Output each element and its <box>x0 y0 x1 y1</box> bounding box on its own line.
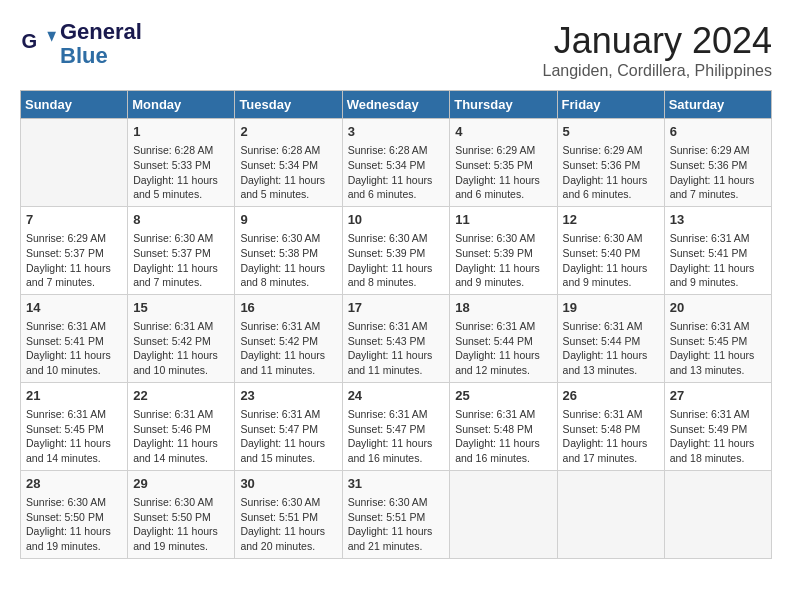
day-number: 31 <box>348 475 445 493</box>
svg-marker-1 <box>47 32 56 42</box>
day-header-wednesday: Wednesday <box>342 91 450 119</box>
day-number: 26 <box>563 387 659 405</box>
day-header-thursday: Thursday <box>450 91 557 119</box>
day-number: 24 <box>348 387 445 405</box>
calendar-week-row: 14Sunrise: 6:31 AM Sunset: 5:41 PM Dayli… <box>21 294 772 382</box>
calendar-cell: 1Sunrise: 6:28 AM Sunset: 5:33 PM Daylig… <box>128 119 235 207</box>
calendar-table: SundayMondayTuesdayWednesdayThursdayFrid… <box>20 90 772 559</box>
calendar-cell: 17Sunrise: 6:31 AM Sunset: 5:43 PM Dayli… <box>342 294 450 382</box>
day-info: Sunrise: 6:31 AM Sunset: 5:41 PM Dayligh… <box>670 231 766 290</box>
calendar-cell: 13Sunrise: 6:31 AM Sunset: 5:41 PM Dayli… <box>664 206 771 294</box>
day-number: 22 <box>133 387 229 405</box>
day-info: Sunrise: 6:29 AM Sunset: 5:35 PM Dayligh… <box>455 143 551 202</box>
day-info: Sunrise: 6:31 AM Sunset: 5:48 PM Dayligh… <box>455 407 551 466</box>
day-info: Sunrise: 6:31 AM Sunset: 5:41 PM Dayligh… <box>26 319 122 378</box>
day-number: 1 <box>133 123 229 141</box>
day-number: 4 <box>455 123 551 141</box>
day-number: 15 <box>133 299 229 317</box>
day-info: Sunrise: 6:29 AM Sunset: 5:36 PM Dayligh… <box>670 143 766 202</box>
calendar-cell <box>557 470 664 558</box>
day-header-tuesday: Tuesday <box>235 91 342 119</box>
calendar-cell: 31Sunrise: 6:30 AM Sunset: 5:51 PM Dayli… <box>342 470 450 558</box>
day-info: Sunrise: 6:31 AM Sunset: 5:45 PM Dayligh… <box>26 407 122 466</box>
day-info: Sunrise: 6:30 AM Sunset: 5:39 PM Dayligh… <box>455 231 551 290</box>
calendar-cell: 7Sunrise: 6:29 AM Sunset: 5:37 PM Daylig… <box>21 206 128 294</box>
calendar-cell: 27Sunrise: 6:31 AM Sunset: 5:49 PM Dayli… <box>664 382 771 470</box>
day-info: Sunrise: 6:31 AM Sunset: 5:46 PM Dayligh… <box>133 407 229 466</box>
day-header-sunday: Sunday <box>21 91 128 119</box>
day-header-monday: Monday <box>128 91 235 119</box>
calendar-cell: 30Sunrise: 6:30 AM Sunset: 5:51 PM Dayli… <box>235 470 342 558</box>
calendar-cell: 19Sunrise: 6:31 AM Sunset: 5:44 PM Dayli… <box>557 294 664 382</box>
day-header-friday: Friday <box>557 91 664 119</box>
day-info: Sunrise: 6:31 AM Sunset: 5:43 PM Dayligh… <box>348 319 445 378</box>
day-number: 2 <box>240 123 336 141</box>
day-number: 23 <box>240 387 336 405</box>
day-info: Sunrise: 6:31 AM Sunset: 5:44 PM Dayligh… <box>563 319 659 378</box>
calendar-cell: 15Sunrise: 6:31 AM Sunset: 5:42 PM Dayli… <box>128 294 235 382</box>
logo-icon: G <box>20 26 56 62</box>
calendar-cell: 22Sunrise: 6:31 AM Sunset: 5:46 PM Dayli… <box>128 382 235 470</box>
day-number: 7 <box>26 211 122 229</box>
calendar-cell <box>664 470 771 558</box>
calendar-cell: 16Sunrise: 6:31 AM Sunset: 5:42 PM Dayli… <box>235 294 342 382</box>
day-number: 27 <box>670 387 766 405</box>
calendar-cell: 23Sunrise: 6:31 AM Sunset: 5:47 PM Dayli… <box>235 382 342 470</box>
day-info: Sunrise: 6:30 AM Sunset: 5:38 PM Dayligh… <box>240 231 336 290</box>
location: Langiden, Cordillera, Philippines <box>543 62 772 80</box>
calendar-week-row: 21Sunrise: 6:31 AM Sunset: 5:45 PM Dayli… <box>21 382 772 470</box>
day-header-saturday: Saturday <box>664 91 771 119</box>
calendar-cell: 10Sunrise: 6:30 AM Sunset: 5:39 PM Dayli… <box>342 206 450 294</box>
day-info: Sunrise: 6:29 AM Sunset: 5:37 PM Dayligh… <box>26 231 122 290</box>
calendar-cell: 4Sunrise: 6:29 AM Sunset: 5:35 PM Daylig… <box>450 119 557 207</box>
calendar-cell: 3Sunrise: 6:28 AM Sunset: 5:34 PM Daylig… <box>342 119 450 207</box>
day-number: 18 <box>455 299 551 317</box>
calendar-week-row: 7Sunrise: 6:29 AM Sunset: 5:37 PM Daylig… <box>21 206 772 294</box>
page-header: G General Blue January 2024 Langiden, Co… <box>20 20 772 80</box>
calendar-cell <box>450 470 557 558</box>
day-info: Sunrise: 6:29 AM Sunset: 5:36 PM Dayligh… <box>563 143 659 202</box>
day-info: Sunrise: 6:28 AM Sunset: 5:34 PM Dayligh… <box>240 143 336 202</box>
day-number: 30 <box>240 475 336 493</box>
calendar-cell: 14Sunrise: 6:31 AM Sunset: 5:41 PM Dayli… <box>21 294 128 382</box>
day-info: Sunrise: 6:30 AM Sunset: 5:37 PM Dayligh… <box>133 231 229 290</box>
calendar-cell: 25Sunrise: 6:31 AM Sunset: 5:48 PM Dayli… <box>450 382 557 470</box>
day-number: 20 <box>670 299 766 317</box>
day-info: Sunrise: 6:28 AM Sunset: 5:34 PM Dayligh… <box>348 143 445 202</box>
calendar-cell: 18Sunrise: 6:31 AM Sunset: 5:44 PM Dayli… <box>450 294 557 382</box>
day-number: 14 <box>26 299 122 317</box>
day-number: 8 <box>133 211 229 229</box>
logo-text: General Blue <box>60 20 142 68</box>
day-number: 13 <box>670 211 766 229</box>
day-number: 11 <box>455 211 551 229</box>
day-info: Sunrise: 6:30 AM Sunset: 5:51 PM Dayligh… <box>240 495 336 554</box>
day-number: 29 <box>133 475 229 493</box>
calendar-cell: 8Sunrise: 6:30 AM Sunset: 5:37 PM Daylig… <box>128 206 235 294</box>
calendar-cell: 2Sunrise: 6:28 AM Sunset: 5:34 PM Daylig… <box>235 119 342 207</box>
day-info: Sunrise: 6:30 AM Sunset: 5:39 PM Dayligh… <box>348 231 445 290</box>
day-info: Sunrise: 6:31 AM Sunset: 5:49 PM Dayligh… <box>670 407 766 466</box>
day-info: Sunrise: 6:31 AM Sunset: 5:48 PM Dayligh… <box>563 407 659 466</box>
calendar-cell: 28Sunrise: 6:30 AM Sunset: 5:50 PM Dayli… <box>21 470 128 558</box>
calendar-cell: 26Sunrise: 6:31 AM Sunset: 5:48 PM Dayli… <box>557 382 664 470</box>
day-number: 6 <box>670 123 766 141</box>
calendar-cell: 9Sunrise: 6:30 AM Sunset: 5:38 PM Daylig… <box>235 206 342 294</box>
day-info: Sunrise: 6:31 AM Sunset: 5:47 PM Dayligh… <box>240 407 336 466</box>
calendar-cell <box>21 119 128 207</box>
title-section: January 2024 Langiden, Cordillera, Phili… <box>543 20 772 80</box>
day-info: Sunrise: 6:31 AM Sunset: 5:42 PM Dayligh… <box>240 319 336 378</box>
day-number: 10 <box>348 211 445 229</box>
day-info: Sunrise: 6:30 AM Sunset: 5:51 PM Dayligh… <box>348 495 445 554</box>
day-info: Sunrise: 6:28 AM Sunset: 5:33 PM Dayligh… <box>133 143 229 202</box>
calendar-cell: 21Sunrise: 6:31 AM Sunset: 5:45 PM Dayli… <box>21 382 128 470</box>
day-info: Sunrise: 6:30 AM Sunset: 5:40 PM Dayligh… <box>563 231 659 290</box>
calendar-cell: 29Sunrise: 6:30 AM Sunset: 5:50 PM Dayli… <box>128 470 235 558</box>
calendar-cell: 20Sunrise: 6:31 AM Sunset: 5:45 PM Dayli… <box>664 294 771 382</box>
day-number: 9 <box>240 211 336 229</box>
day-info: Sunrise: 6:31 AM Sunset: 5:45 PM Dayligh… <box>670 319 766 378</box>
svg-text:G: G <box>21 30 37 52</box>
calendar-cell: 12Sunrise: 6:30 AM Sunset: 5:40 PM Dayli… <box>557 206 664 294</box>
day-number: 16 <box>240 299 336 317</box>
day-info: Sunrise: 6:31 AM Sunset: 5:47 PM Dayligh… <box>348 407 445 466</box>
day-number: 3 <box>348 123 445 141</box>
